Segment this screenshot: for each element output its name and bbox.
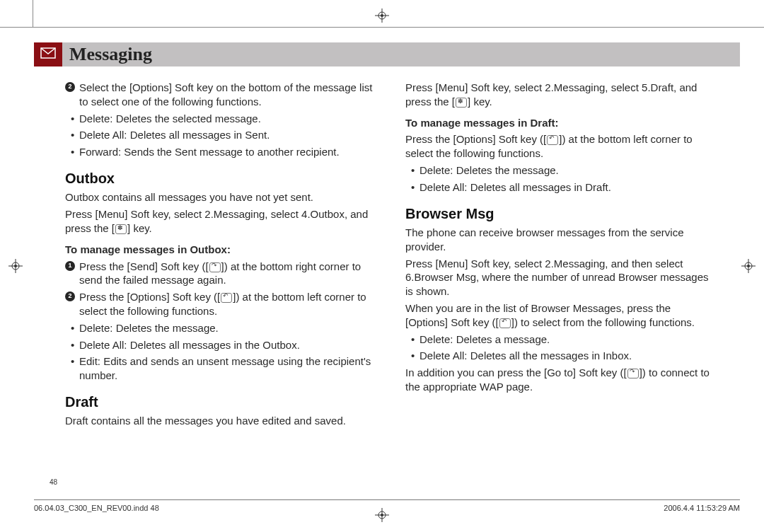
left-softkey-icon xyxy=(499,318,511,328)
ok-key-icon xyxy=(115,224,127,234)
section-heading-outbox: Outbox xyxy=(65,169,374,187)
bullet-item: Delete All: Deletes all messages in Draf… xyxy=(411,180,714,195)
page-number: 48 xyxy=(50,478,57,486)
svg-point-7 xyxy=(14,265,17,267)
footer-right: 2006.4.4 11:53:29 AM xyxy=(664,504,740,512)
envelope-icon xyxy=(40,47,56,62)
step-item: 2Press the [Options] Soft key ([]) at th… xyxy=(65,290,374,318)
bullet-item: Delete All: Deletes all the messages in … xyxy=(411,349,714,363)
footer-left: 06.04.03_C300_EN_REV00.indd 48 xyxy=(34,504,159,512)
paragraph: Press [Menu] Soft key, select 2.Messagin… xyxy=(65,207,374,236)
svg-point-11 xyxy=(747,265,750,267)
paragraph: Press the [Options] Soft key ([]) at the… xyxy=(405,132,714,161)
registration-mark-right xyxy=(741,259,756,273)
crop-mark-horizontal xyxy=(0,27,764,28)
chapter-tab xyxy=(34,42,62,66)
manual-page: { "header":{"title":"Messaging"}, "col1"… xyxy=(0,0,764,532)
paragraph: Outbox contains all messages you have no… xyxy=(65,190,374,204)
page-footer: 06.04.03_C300_EN_REV00.indd 48 2006.4.4 … xyxy=(34,499,740,512)
subheading-outbox-manage: To manage messages in Outbox: xyxy=(65,243,374,257)
bullet-item: Delete All: Deletes all messages in the … xyxy=(71,338,374,352)
step-text: Select the [Options] Soft key on the bot… xyxy=(79,81,372,108)
registration-mark-top xyxy=(375,8,389,23)
step-number-icon: 2 xyxy=(65,291,75,301)
right-softkey-icon xyxy=(627,369,639,378)
crop-mark-vertical xyxy=(33,0,33,27)
right-softkey-icon xyxy=(209,262,221,272)
chapter-title: Messaging xyxy=(69,44,152,65)
step-number-icon: 1 xyxy=(65,261,75,271)
paragraph: The phone can receive browser messages f… xyxy=(405,226,714,254)
bullet-item: Delete: Deletes the message. xyxy=(411,163,714,178)
bullet-item: Delete: Deletes a message. xyxy=(411,332,714,347)
page-body: 2Select the [Options] Soft key on the bo… xyxy=(65,78,714,490)
left-column: 2Select the [Options] Soft key on the bo… xyxy=(65,78,374,490)
paragraph: When you are in the list of Browser Mess… xyxy=(405,301,714,330)
svg-point-3 xyxy=(381,14,383,17)
bullet-item: Edit: Edits and sends an unsent message … xyxy=(71,354,374,383)
registration-mark-left xyxy=(8,259,23,273)
left-softkey-icon xyxy=(221,293,232,303)
step-item: 2Select the [Options] Soft key on the bo… xyxy=(65,81,374,109)
subheading-draft-manage: To manage messages in Draft: xyxy=(405,116,714,130)
ok-key-icon xyxy=(456,98,467,108)
chapter-header-bar: Messaging xyxy=(34,42,740,66)
paragraph: Press [Menu] Soft key, select 2.Messagin… xyxy=(405,81,714,109)
svg-point-15 xyxy=(381,514,383,516)
section-heading-draft: Draft xyxy=(65,393,374,411)
paragraph: Draft contains all the messages you have… xyxy=(65,414,374,428)
right-column: Press [Menu] Soft key, select 2.Messagin… xyxy=(405,78,714,490)
left-softkey-icon xyxy=(547,135,558,145)
step-number-icon: 2 xyxy=(65,82,75,92)
bullet-item: Forward: Sends the Sent message to anoth… xyxy=(71,145,374,159)
paragraph: In addition you can press the [Go to] So… xyxy=(405,366,714,394)
step-item: 1Press the [Send] Soft key ([]) at the b… xyxy=(65,260,374,288)
bullet-item: Delete All: Deletes all messages in Sent… xyxy=(71,128,374,142)
bullet-item: Delete: Deletes the message. xyxy=(71,321,374,335)
section-heading-browser: Browser Msg xyxy=(405,204,714,223)
bullet-item: Delete: Deletes the selected message. xyxy=(71,112,374,126)
paragraph: Press [Menu] Soft key, select 2.Messagin… xyxy=(405,257,714,299)
